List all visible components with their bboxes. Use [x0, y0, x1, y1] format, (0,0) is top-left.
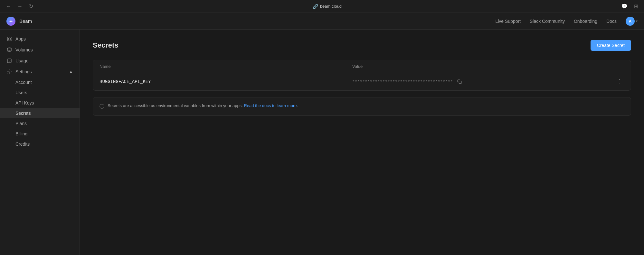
- create-secret-button[interactable]: Create Secret: [591, 40, 631, 51]
- sidebar-plans-label: Plans: [15, 121, 27, 126]
- sidebar-item-volumes[interactable]: Volumes: [0, 44, 80, 55]
- refresh-button[interactable]: ↻: [27, 2, 35, 11]
- sidebar-billing-label: Billing: [15, 131, 27, 136]
- sidebar-item-users[interactable]: Users: [0, 87, 80, 98]
- main-content: Secrets Create Secret Name Value HUGGING…: [80, 30, 644, 255]
- settings-icon: [6, 69, 12, 75]
- brand-area: Beam: [6, 17, 32, 26]
- svg-rect-2: [10, 37, 11, 39]
- sidebar-settings-subsection: Account Users API Keys Secrets Plans Bil…: [0, 77, 80, 149]
- sidebar-credits-label: Credits: [15, 141, 30, 147]
- docs-link[interactable]: Docs: [606, 19, 617, 24]
- sidebar-settings-left: Settings: [6, 69, 32, 75]
- sidebar-item-plans[interactable]: Plans: [0, 118, 80, 129]
- sidebar-item-usage[interactable]: Usage: [0, 55, 80, 66]
- secret-masked-value: ****************************************: [352, 79, 453, 84]
- user-dropdown[interactable]: A ▾: [626, 17, 638, 26]
- brand-logo: [6, 17, 15, 26]
- live-support-link[interactable]: Live Support: [495, 19, 521, 24]
- grid-icon-button[interactable]: ⊞: [632, 2, 640, 11]
- row-actions: ⋮: [605, 77, 624, 86]
- svg-rect-3: [7, 39, 9, 41]
- col-name-header: Name: [99, 64, 352, 69]
- brand-name: Beam: [19, 18, 32, 24]
- svg-rect-8: [459, 81, 461, 84]
- svg-rect-4: [10, 39, 11, 41]
- sidebar-item-credits[interactable]: Credits: [0, 139, 80, 149]
- table-row: HUGGINGFACE_API_KEY ********************…: [93, 73, 631, 90]
- sidebar: Apps Volumes Usage: [0, 30, 80, 255]
- navbar-links: Live Support Slack Community Onboarding …: [495, 17, 638, 26]
- sidebar-item-account[interactable]: Account: [0, 77, 80, 87]
- secrets-table: Name Value HUGGINGFACE_API_KEY *********…: [93, 60, 631, 91]
- sidebar-item-billing[interactable]: Billing: [0, 129, 80, 139]
- page-header: Secrets Create Secret: [93, 40, 631, 51]
- link-icon: 🔗: [313, 4, 318, 9]
- svg-point-0: [10, 21, 12, 22]
- info-icon: ⓘ: [99, 103, 104, 110]
- sidebar-usage-label: Usage: [15, 58, 28, 63]
- copy-secret-button[interactable]: [456, 79, 463, 85]
- nav-controls: ← → ↻: [4, 2, 35, 11]
- info-banner: ⓘ Secrets are accessible as environmenta…: [93, 97, 631, 116]
- settings-chevron-icon: ▲: [69, 69, 73, 74]
- sidebar-api-keys-label: API Keys: [15, 100, 34, 105]
- secret-name: HUGGINGFACE_API_KEY: [99, 79, 352, 84]
- usage-icon: [6, 58, 12, 64]
- main-layout: Apps Volumes Usage: [0, 30, 644, 255]
- table-header: Name Value: [93, 60, 631, 73]
- sidebar-volumes-label: Volumes: [15, 47, 33, 52]
- col-actions-header: [605, 64, 624, 69]
- sidebar-item-apps[interactable]: Apps: [0, 33, 80, 44]
- secret-value-cell: ****************************************: [352, 79, 605, 85]
- url-text: beam.cloud: [320, 4, 342, 9]
- user-avatar: A: [626, 17, 635, 26]
- back-button[interactable]: ←: [4, 2, 13, 11]
- apps-icon: [6, 36, 12, 42]
- sidebar-users-label: Users: [15, 90, 27, 95]
- page-title: Secrets: [93, 41, 118, 50]
- info-link[interactable]: Read the docs to learn more: [244, 103, 297, 108]
- info-text: Secrets are accessible as environmental …: [108, 103, 298, 109]
- topbar-right-controls: 💬 ⊞: [619, 2, 640, 11]
- sidebar-settings-section[interactable]: Settings ▲: [0, 66, 80, 77]
- chat-icon-button[interactable]: 💬: [619, 2, 630, 11]
- more-options-button[interactable]: ⋮: [615, 77, 624, 86]
- svg-point-7: [9, 71, 10, 72]
- sidebar-item-secrets[interactable]: Secrets: [0, 108, 80, 118]
- sidebar-secrets-label: Secrets: [15, 111, 31, 116]
- col-value-header: Value: [352, 64, 605, 69]
- svg-rect-1: [7, 37, 9, 39]
- url-bar: 🔗 beam.cloud: [313, 4, 342, 9]
- sidebar-apps-label: Apps: [15, 36, 26, 41]
- slack-community-link[interactable]: Slack Community: [530, 19, 565, 24]
- chevron-down-icon: ▾: [636, 19, 638, 23]
- onboarding-link[interactable]: Onboarding: [574, 19, 597, 24]
- svg-point-5: [7, 48, 11, 49]
- main-navbar: Beam Live Support Slack Community Onboar…: [0, 13, 644, 30]
- sidebar-account-label: Account: [15, 80, 32, 85]
- forward-button[interactable]: →: [15, 2, 24, 11]
- browser-topbar: ← → ↻ 🔗 beam.cloud 💬 ⊞: [0, 0, 644, 13]
- volumes-icon: [6, 47, 12, 53]
- sidebar-item-api-keys[interactable]: API Keys: [0, 98, 80, 108]
- sidebar-settings-label: Settings: [15, 69, 32, 74]
